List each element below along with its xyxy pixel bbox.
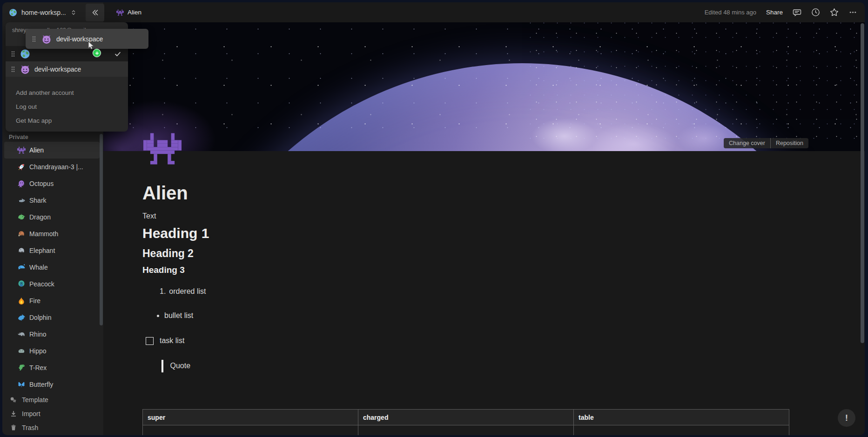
- double-chevron-left-icon: [91, 8, 99, 17]
- text-block[interactable]: Text: [142, 212, 865, 221]
- table-cell[interactable]: [574, 425, 789, 436]
- chevron-right-icon[interactable]: [8, 364, 15, 371]
- add-page-icon[interactable]: [88, 213, 96, 221]
- more-options-icon[interactable]: [848, 8, 857, 17]
- add-page-icon[interactable]: [88, 381, 96, 388]
- account-menu-log-out[interactable]: Log out: [6, 99, 128, 113]
- chevron-right-icon[interactable]: [8, 331, 15, 338]
- page-content: Change cover Reposition Alien Text Headi…: [103, 22, 865, 435]
- sidebar-page-chandrayaan-3[interactable]: Chandrayaan-3 |...: [4, 159, 100, 175]
- add-page-icon[interactable]: [88, 230, 96, 238]
- tab-label: Alien: [128, 9, 141, 16]
- task-checkbox[interactable]: [146, 337, 154, 345]
- bullet-list-item[interactable]: bullet list: [157, 310, 865, 322]
- edited-timestamp: Edited 48 mins ago: [705, 9, 756, 16]
- chevron-right-icon[interactable]: [8, 247, 15, 254]
- add-page-icon[interactable]: [88, 180, 96, 187]
- workspace-row-devil[interactable]: devil-workspace: [6, 61, 128, 77]
- simple-table[interactable]: superchargedtable: [142, 409, 789, 435]
- sidebar-template-button[interactable]: Template: [2, 393, 103, 407]
- mammoth-icon: [17, 230, 26, 238]
- chevron-right-icon[interactable]: [8, 297, 15, 305]
- chevron-right-icon[interactable]: [8, 347, 15, 355]
- dragged-workspace-card[interactable]: devil-workspace: [26, 29, 148, 49]
- shark-icon: [17, 196, 26, 205]
- workspace-name: home-worksp...: [21, 9, 66, 16]
- globe-icon: [9, 8, 17, 17]
- chevron-right-icon[interactable]: [8, 213, 15, 221]
- quote-block[interactable]: Quote: [161, 359, 865, 373]
- table-header-cell[interactable]: table: [574, 410, 789, 425]
- heading2-block[interactable]: Heading 2: [142, 246, 865, 260]
- workspace-switcher[interactable]: home-worksp...: [2, 2, 77, 22]
- page-icon-alien[interactable]: [143, 132, 182, 165]
- ordered-list-item[interactable]: 1. ordered list: [160, 285, 865, 298]
- drag-handle-icon[interactable]: [10, 66, 16, 73]
- add-page-icon[interactable]: [88, 347, 96, 355]
- chevron-right-icon[interactable]: [8, 146, 15, 154]
- sidebar-page-dolphin[interactable]: Dolphin: [4, 309, 100, 326]
- account-menu-add-another-account[interactable]: Add another account: [6, 86, 128, 99]
- table-header-cell[interactable]: charged: [358, 410, 574, 425]
- drag-handle-icon[interactable]: [10, 50, 16, 58]
- help-button[interactable]: !: [838, 409, 855, 427]
- chevron-right-icon[interactable]: [8, 197, 15, 204]
- add-page-icon[interactable]: [88, 264, 96, 271]
- heading1-block[interactable]: Heading 1: [142, 225, 865, 242]
- add-page-icon[interactable]: [88, 247, 96, 254]
- add-page-icon[interactable]: [88, 297, 96, 305]
- table-header-cell[interactable]: super: [143, 410, 358, 425]
- sidebar-page-butterfly[interactable]: Butterfly: [4, 376, 100, 393]
- sidebar-page-rhino[interactable]: Rhino: [4, 326, 100, 343]
- sidebar-page-shark[interactable]: Shark: [4, 192, 100, 209]
- heading3-block[interactable]: Heading 3: [142, 264, 865, 276]
- chevron-right-icon[interactable]: [8, 230, 15, 238]
- add-page-icon[interactable]: [88, 146, 96, 154]
- table-cell[interactable]: [358, 425, 574, 436]
- tab-alien[interactable]: Alien: [116, 9, 141, 16]
- collapse-sidebar-button[interactable]: [86, 4, 104, 21]
- page-title[interactable]: Alien: [142, 182, 865, 204]
- chevron-right-icon[interactable]: [8, 280, 15, 288]
- main-scrollbar[interactable]: [861, 23, 864, 343]
- trash-icon: [10, 424, 17, 431]
- comments-icon[interactable]: [793, 8, 801, 17]
- sidebar-page-dragon[interactable]: Dragon: [4, 209, 100, 225]
- favorite-star-icon[interactable]: [830, 8, 839, 17]
- alien-icon: [17, 146, 26, 154]
- add-page-icon[interactable]: [88, 364, 96, 371]
- chevron-right-icon[interactable]: [8, 264, 15, 271]
- add-page-icon[interactable]: [88, 163, 96, 171]
- reposition-button[interactable]: Reposition: [770, 138, 808, 148]
- change-cover-button[interactable]: Change cover: [724, 138, 770, 148]
- chevron-right-icon[interactable]: [8, 381, 15, 388]
- task-list-item[interactable]: task list: [146, 335, 865, 347]
- globe-icon: [20, 49, 30, 59]
- sidebar-import-button[interactable]: Import: [2, 407, 103, 421]
- sidebar-scrollbar[interactable]: [100, 134, 103, 325]
- cover-image: Change cover Reposition: [103, 22, 865, 151]
- table-cell[interactable]: [143, 425, 358, 436]
- sidebar-page-t-rex[interactable]: T-Rex: [4, 359, 100, 376]
- history-icon[interactable]: [811, 8, 820, 17]
- chevron-right-icon[interactable]: [8, 180, 15, 187]
- sidebar-page-alien[interactable]: Alien: [4, 142, 100, 159]
- sidebar-page-peacock[interactable]: Peacock: [4, 276, 100, 292]
- add-page-icon[interactable]: [88, 331, 96, 338]
- whale-icon: [17, 263, 26, 271]
- add-page-icon[interactable]: [88, 314, 96, 321]
- sidebar-page-hippo[interactable]: Hippo: [4, 343, 100, 359]
- sidebar-page-fire[interactable]: Fire: [4, 292, 100, 309]
- sidebar-page-mammoth[interactable]: Mammoth: [4, 225, 100, 242]
- chevron-right-icon[interactable]: [8, 314, 15, 321]
- add-page-icon[interactable]: [88, 280, 96, 288]
- share-button[interactable]: Share: [766, 9, 783, 16]
- sidebar-page-octopus[interactable]: Octopus: [4, 175, 100, 192]
- chevron-right-icon[interactable]: [8, 163, 15, 171]
- trex-icon: [17, 364, 26, 372]
- sidebar-page-whale[interactable]: Whale: [4, 259, 100, 276]
- sidebar-page-elephant[interactable]: Elephant: [4, 242, 100, 259]
- sidebar-trash-button[interactable]: Trash: [2, 421, 103, 435]
- account-menu-get-mac-app[interactable]: Get Mac app: [6, 113, 128, 127]
- add-page-icon[interactable]: [88, 197, 96, 204]
